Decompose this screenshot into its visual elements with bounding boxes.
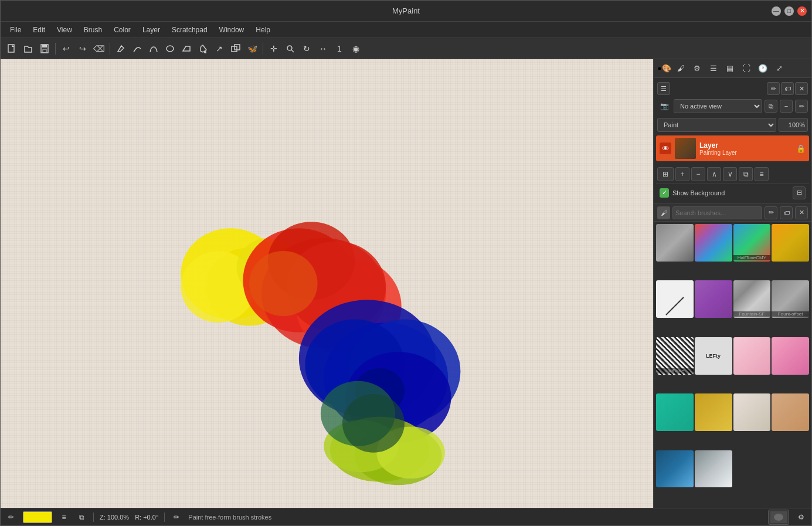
brush-thumb-pink1[interactable] [733,337,771,375]
layer-lock-btn[interactable]: 🔒 [796,144,806,153]
edit-view-btn[interactable]: ✏ [795,100,808,113]
tag-icon-btn[interactable]: 🏷 [781,82,794,95]
butterfly-tool[interactable]: 🦋 [244,41,260,56]
brush-thumb-purple[interactable] [695,280,732,318]
blend-row: Paint [656,117,809,133]
fullscreen-tool[interactable]: ◉ [348,41,363,56]
layers-menu-btn[interactable]: ☰ [657,82,670,95]
zoom-1-tool[interactable]: 1 [332,41,347,56]
rotate-tool[interactable]: ↻ [299,41,314,56]
menu-window[interactable]: Window [215,24,249,36]
brush-thumb-sparkle[interactable] [695,393,732,431]
layer-item[interactable]: 👁 Layer Painting Layer 🔒 [656,135,809,161]
expand-icon[interactable]: ⛶ [739,62,753,76]
painting-canvas[interactable] [1,59,653,508]
menu-brush[interactable]: Brush [79,24,107,36]
pencil-tool[interactable] [113,41,128,56]
brush-edit-btn[interactable]: ✏ [765,206,777,219]
brush-thumb-halftonecmy[interactable]: HalfToneCMY [733,224,771,262]
status-brush-edit-icon[interactable]: ≡ [58,511,70,523]
close-button[interactable]: ✕ [797,6,807,16]
brush-thumb-gold[interactable] [772,224,809,262]
brush-thumb-pencil[interactable] [656,280,694,318]
eraser-tool[interactable] [179,41,194,56]
camera-icon[interactable]: 📷 [657,99,671,113]
smudge-tool[interactable]: ↗ [212,41,227,56]
open-button[interactable] [21,41,36,56]
status-settings-icon[interactable]: ⚙ [795,511,807,523]
new-button[interactable] [4,41,19,56]
duplicate-layer-btn[interactable]: ⧉ [739,167,753,181]
close-panel-btn[interactable]: ✕ [795,82,808,95]
delete-layer-btn[interactable]: − [691,167,705,181]
panel5-icon[interactable]: ▤ [723,62,737,76]
status-rotation: R: +0.0° [135,514,158,521]
brush-thumb-strokes[interactable] [772,393,809,431]
save-button[interactable] [37,41,52,56]
clock-icon[interactable]: 🕐 [756,62,770,76]
brush-thumb-fountain-sf[interactable]: Fountain-SF [733,280,771,318]
add-group-btn[interactable]: ⊞ [657,167,674,181]
status-zoom: Z: 100.0% [100,514,129,521]
brush-thumb-halftone[interactable]: HalfTone [656,337,694,375]
brush-icon-btn[interactable]: ✏ [767,82,780,95]
brush-thumb-teal[interactable] [656,393,694,431]
redo-button[interactable]: ↪ [75,41,90,56]
view-select[interactable]: No active view [674,99,762,113]
layer-visibility-btn[interactable]: 👁 [660,142,671,154]
copy-layer-btn[interactable]: ⧉ [765,100,777,113]
brush-tag-btn[interactable]: 🏷 [780,206,793,219]
menu-file[interactable]: File [5,24,26,36]
move-tool[interactable]: ✛ [266,41,281,56]
opacity-input[interactable] [779,118,808,132]
svg-rect-0 [8,45,14,52]
curve-tool[interactable] [146,41,161,56]
status-thumbnail[interactable] [768,510,789,525]
move-up-btn[interactable]: ∧ [707,167,721,181]
settings-icon[interactable]: ⚙ [690,62,704,76]
fill-tool[interactable] [195,41,210,56]
status-tool-icon[interactable]: ✏ [171,511,182,523]
list-icon[interactable]: ☰ [706,62,721,76]
brush-thumb-rings[interactable] [656,224,694,262]
menu-layer[interactable]: Layer [138,24,165,36]
flip-tool[interactable]: ↔ [315,41,331,56]
show-bg-checkbox[interactable]: ✓ [660,188,669,198]
menu-help[interactable]: Help [251,24,275,36]
menu-scratchpad[interactable]: Scratchpad [167,24,212,36]
blend-mode-select[interactable]: Paint [657,118,776,132]
ellipse-tool[interactable] [162,41,178,56]
brush-thumb-lefty[interactable]: LEFty [695,337,732,375]
brushes-icon[interactable]: 🖌 [674,62,688,76]
canvas-area[interactable] [1,59,653,508]
zoom-tool[interactable] [283,41,298,56]
clear-button[interactable]: ⌫ [91,41,107,56]
minus-btn[interactable]: − [780,100,793,113]
menu-edit[interactable]: Edit [28,24,50,36]
brush-thumb-fount-offset[interactable]: Fount-offset [772,280,809,318]
bg-settings-btn[interactable]: ⊟ [793,186,806,199]
brush-thumb-gray-grad[interactable] [695,450,732,488]
titlebar: MyPaint — □ ✕ [1,1,811,22]
panel-expand-icon[interactable]: ⤢ [772,62,786,76]
status-layer-icon[interactable]: ⧉ [76,511,87,523]
add-layer-btn[interactable]: + [675,167,689,181]
brush-thumb-pink2[interactable] [772,337,809,375]
brush-thumb-blue-grad[interactable] [656,450,694,488]
clone-tool[interactable] [228,41,243,56]
brush-thumb-feather[interactable] [733,393,771,431]
color-swatch[interactable] [23,511,52,523]
maximize-button[interactable]: □ [784,6,794,16]
brush-thumb-colorful[interactable] [695,224,732,262]
layer-options-btn[interactable]: ≡ [755,167,769,181]
minimize-button[interactable]: — [772,6,781,16]
move-down-btn[interactable]: ∨ [723,167,737,181]
brush-search-input[interactable] [672,206,762,219]
brush-close-btn[interactable]: ✕ [795,206,808,219]
undo-button[interactable]: ↩ [59,41,74,56]
status-brush-icon[interactable]: ✏ [5,511,17,523]
color-wheel-icon[interactable]: 🎨 [657,62,671,76]
menu-color[interactable]: Color [109,24,135,36]
menu-view[interactable]: View [52,24,77,36]
ink-tool[interactable] [130,41,145,56]
